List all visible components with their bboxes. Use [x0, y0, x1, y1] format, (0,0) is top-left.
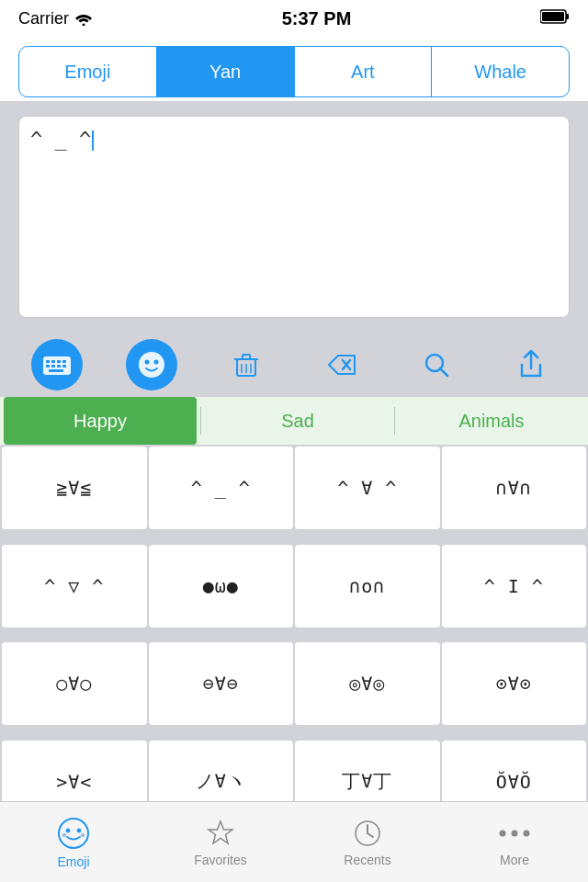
svg-rect-6: [51, 360, 55, 363]
status-bar: Carrier 5:37 PM: [0, 0, 588, 37]
text-cursor: [92, 130, 94, 151]
list-item[interactable]: ⊖∀⊖: [149, 642, 294, 725]
list-item[interactable]: ●ω●: [149, 545, 294, 628]
svg-point-28: [59, 819, 88, 848]
svg-point-14: [139, 352, 164, 378]
nav-label-recents: Recents: [344, 853, 390, 867]
svg-point-37: [500, 830, 506, 836]
delete-button[interactable]: [220, 339, 272, 390]
list-item[interactable]: ^ _ ^: [149, 447, 294, 529]
share-icon: [514, 348, 548, 381]
battery-icon: [540, 8, 570, 29]
list-item[interactable]: ⊙∀⊙: [442, 642, 587, 725]
svg-point-30: [77, 829, 81, 832]
backspace-icon: [325, 348, 358, 381]
svg-rect-10: [51, 365, 55, 368]
keyboard-icon: [40, 348, 74, 381]
wifi-icon: [74, 11, 93, 26]
nav-item-more[interactable]: More: [441, 802, 588, 882]
svg-rect-13: [49, 369, 63, 372]
svg-point-38: [512, 830, 518, 836]
emoji-face-icon: [56, 816, 91, 851]
svg-line-26: [440, 368, 447, 376]
list-item[interactable]: ◎∀◎: [295, 642, 440, 725]
svg-point-16: [153, 360, 158, 365]
svg-rect-11: [57, 365, 61, 368]
search-icon: [420, 348, 453, 381]
svg-rect-9: [46, 365, 50, 368]
svg-rect-2: [566, 14, 569, 19]
face-button[interactable]: [126, 339, 177, 390]
svg-rect-5: [46, 360, 50, 363]
list-item[interactable]: ^ ∀ ^: [295, 447, 440, 529]
list-item[interactable]: ^ ▽ ^: [2, 545, 147, 628]
dots-icon: [499, 818, 530, 849]
list-item[interactable]: ≧∀≦: [2, 447, 147, 529]
svg-rect-12: [62, 365, 66, 368]
star-icon: [205, 818, 236, 849]
search-button[interactable]: [411, 339, 462, 390]
emoji-grid: ≧∀≦^ _ ^^ ∀ ^∩∀∩^ ▽ ^●ω●∩o∩^ I ^○∀○⊖∀⊖◎∀…: [0, 445, 588, 838]
nav-label-emoji: Emoji: [57, 854, 89, 869]
bottom-navigation: Emoji Favorites Recents More: [0, 801, 588, 882]
category-tab-bar: Happy Sad Animals: [0, 397, 588, 445]
carrier-info: Carrier: [18, 9, 93, 28]
keyboard-button[interactable]: [31, 339, 83, 390]
svg-point-0: [83, 24, 85, 27]
list-item[interactable]: ○∀○: [2, 642, 147, 725]
nav-item-emoji[interactable]: Emoji: [0, 802, 147, 882]
top-tab-bar: Emoji Yan Art Whale: [18, 46, 570, 97]
tab-emoji[interactable]: Emoji: [19, 47, 157, 96]
svg-rect-7: [57, 360, 61, 363]
category-tab-happy[interactable]: Happy: [4, 397, 197, 445]
share-button[interactable]: [505, 339, 557, 390]
clock-icon: [352, 818, 383, 849]
svg-rect-8: [62, 360, 66, 363]
text-input-area[interactable]: ^ _ ^: [18, 116, 570, 318]
face-icon: [135, 348, 168, 381]
svg-rect-3: [542, 12, 564, 21]
nav-label-more: More: [500, 853, 529, 867]
svg-rect-19: [243, 355, 250, 359]
svg-point-15: [144, 360, 149, 365]
tab-whale[interactable]: Whale: [432, 47, 569, 96]
list-item[interactable]: ^ I ^: [442, 545, 587, 628]
action-toolbar: [0, 333, 588, 397]
nav-item-recents[interactable]: Recents: [294, 802, 441, 882]
svg-point-32: [82, 833, 85, 836]
trash-icon: [230, 348, 263, 381]
svg-marker-33: [209, 821, 232, 843]
svg-point-29: [66, 829, 70, 832]
carrier-label: Carrier: [18, 9, 69, 28]
list-item[interactable]: ∩∀∩: [442, 447, 587, 529]
backspace-button[interactable]: [316, 339, 368, 390]
category-tab-animals[interactable]: Animals: [395, 397, 588, 445]
text-content: ^ _ ^: [30, 128, 558, 151]
svg-point-39: [524, 830, 530, 836]
tab-art[interactable]: Art: [295, 47, 433, 96]
tab-yan[interactable]: Yan: [157, 47, 295, 96]
category-tab-sad[interactable]: Sad: [201, 397, 394, 445]
nav-item-favorites[interactable]: Favorites: [147, 802, 294, 882]
clock: 5:37 PM: [282, 8, 352, 29]
nav-label-favorites: Favorites: [194, 853, 247, 867]
svg-point-31: [63, 833, 66, 836]
list-item[interactable]: ∩o∩: [295, 545, 440, 628]
svg-line-36: [368, 833, 373, 837]
